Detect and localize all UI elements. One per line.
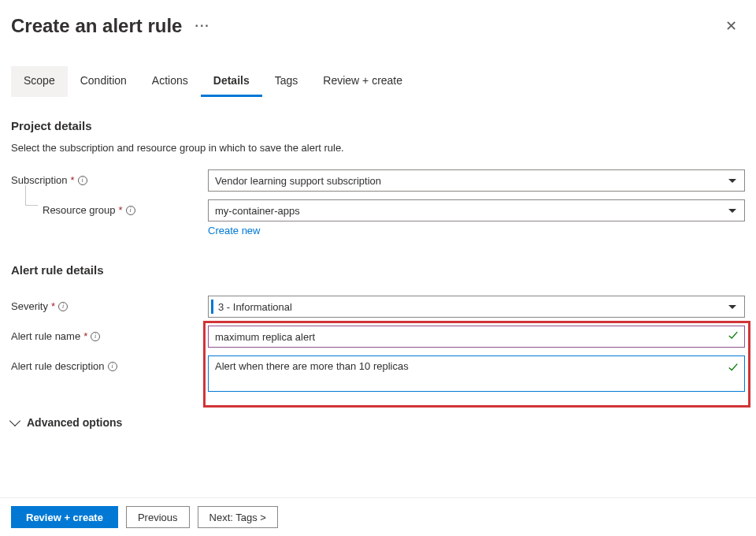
chevron-down-icon xyxy=(9,415,20,426)
project-details-section: Project details Select the subscription … xyxy=(0,119,756,236)
info-icon[interactable]: i xyxy=(126,206,135,215)
review-create-button[interactable]: Review + create xyxy=(11,506,118,528)
resource-group-select[interactable]: my-container-apps xyxy=(208,199,745,221)
required-asterisk: * xyxy=(119,204,123,216)
project-details-hint: Select the subscription and resource gro… xyxy=(11,142,745,154)
info-icon[interactable]: i xyxy=(58,302,68,311)
advanced-options-toggle[interactable]: Advanced options xyxy=(11,416,745,429)
tab-review-create[interactable]: Review + create xyxy=(310,66,415,97)
tree-connector xyxy=(25,185,38,206)
resource-group-value: my-container-apps xyxy=(215,205,300,217)
page-title: Create an alert rule xyxy=(11,15,182,37)
alert-rule-details-heading: Alert rule details xyxy=(11,263,745,277)
info-icon[interactable]: i xyxy=(78,176,87,185)
severity-value: 3 - Informational xyxy=(218,301,292,313)
alert-rule-name-label: Alert rule name * i xyxy=(11,326,208,342)
tab-condition[interactable]: Condition xyxy=(68,66,139,97)
tab-actions[interactable]: Actions xyxy=(139,66,201,97)
alert-rule-description-label: Alert rule description i xyxy=(11,355,208,372)
more-actions-icon[interactable]: ··· xyxy=(195,19,209,33)
alert-rule-details-section: Alert rule details Severity * i 3 - Info… xyxy=(0,263,756,394)
alert-rule-description-input[interactable] xyxy=(208,355,745,392)
subscription-value: Vendor learning support subscription xyxy=(215,175,381,187)
advanced-options-label: Advanced options xyxy=(27,416,122,429)
previous-button[interactable]: Previous xyxy=(126,506,190,528)
alert-rule-name-input[interactable] xyxy=(208,326,745,348)
required-asterisk: * xyxy=(71,174,75,186)
info-icon[interactable]: i xyxy=(108,362,117,371)
project-details-heading: Project details xyxy=(11,119,745,132)
create-new-link[interactable]: Create new xyxy=(208,225,260,236)
tab-tags[interactable]: Tags xyxy=(262,66,311,97)
wizard-tabs: Scope Condition Actions Details Tags Rev… xyxy=(11,66,745,97)
required-asterisk: * xyxy=(83,330,87,342)
subscription-select[interactable]: Vendor learning support subscription xyxy=(208,169,745,192)
severity-select[interactable]: 3 - Informational xyxy=(208,296,745,318)
next-button[interactable]: Next: Tags > xyxy=(198,506,278,528)
subscription-label: Subscription * i xyxy=(11,169,208,186)
tab-scope[interactable]: Scope xyxy=(11,66,68,97)
panel-header: Create an alert rule ··· ✕ xyxy=(0,0,756,38)
close-icon[interactable]: ✕ xyxy=(717,14,745,38)
resource-group-label: Resource group * i xyxy=(11,199,208,216)
severity-label: Severity * i xyxy=(11,296,208,312)
required-asterisk: * xyxy=(51,300,55,312)
tab-details[interactable]: Details xyxy=(201,66,262,97)
info-icon[interactable]: i xyxy=(91,332,100,341)
wizard-footer: Review + create Previous Next: Tags > xyxy=(0,497,756,536)
